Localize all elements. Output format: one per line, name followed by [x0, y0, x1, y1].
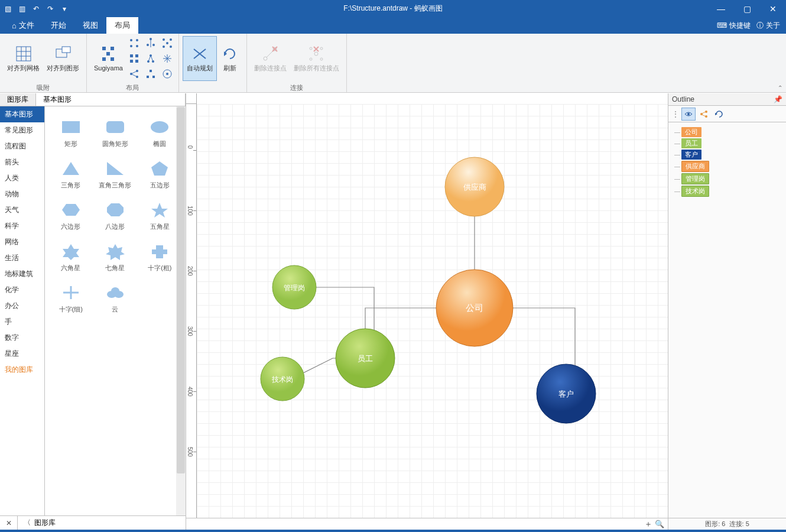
svg-line-33	[151, 56, 153, 61]
shape-triangle[interactable]: 三角形	[48, 154, 93, 195]
layout-small-2[interactable]	[143, 36, 158, 50]
about-link[interactable]: ⓘ关于	[756, 21, 780, 31]
svg-point-24	[170, 46, 172, 48]
svg-marker-67	[62, 204, 80, 216]
ribbon-collapse-icon[interactable]: ⌃	[778, 85, 782, 91]
outline-share-button[interactable]	[697, 108, 711, 121]
outline-refresh-button[interactable]	[712, 108, 726, 121]
app-icon: ▧	[2, 4, 13, 14]
svg-line-88	[702, 112, 706, 113]
outline-view-button[interactable]	[681, 108, 696, 121]
shape-star7[interactable]: 七角星	[93, 236, 137, 278]
cat-item[interactable]: 人类	[0, 170, 44, 186]
shape-scrollbar[interactable]	[176, 106, 186, 515]
refresh-button[interactable]: 刷新	[217, 36, 243, 81]
delete-conn-button[interactable]: 删除连接点	[251, 36, 290, 81]
cat-item[interactable]: 流程图	[0, 138, 44, 154]
outline-item[interactable]: 管理岗	[671, 173, 784, 184]
outline-item[interactable]: 客户	[671, 150, 784, 160]
cat-item[interactable]: 网络	[0, 234, 44, 250]
menu-layout[interactable]: 布局	[106, 17, 138, 34]
menu-view[interactable]: 视图	[74, 17, 106, 34]
shape-cloud[interactable]: 云	[93, 278, 137, 319]
auto-layout-button[interactable]: 自动规划	[183, 36, 217, 81]
cat-item[interactable]: 地标建筑	[0, 266, 44, 282]
outline-item[interactable]: 员工	[671, 138, 784, 148]
canvas[interactable]: 供应商 公司 员工 客户 管理岗 技术岗	[197, 104, 668, 518]
outline-item[interactable]: 供应商	[671, 161, 784, 172]
shape-round-rect[interactable]: 圆角矩形	[93, 112, 137, 154]
cat-item[interactable]: 数字	[0, 330, 44, 346]
svg-point-23	[163, 46, 165, 48]
canvas-area: 100200300400500600700800 010020030040050…	[186, 93, 668, 530]
shape-cross-bold[interactable]: 十字(粗)	[138, 236, 182, 278]
svg-rect-25	[130, 54, 133, 57]
tab-basic-shapes[interactable]: 基本图形	[36, 93, 186, 106]
qat-dropdown-icon[interactable]: ▾	[59, 4, 70, 14]
layout-small-6[interactable]	[160, 51, 175, 66]
shortcuts-link[interactable]: ⌨快捷键	[717, 21, 751, 31]
outline-shape-count: 图形: 6	[705, 520, 725, 528]
zoom-fit-icon[interactable]: ＋	[644, 519, 652, 530]
cat-item[interactable]: 生活	[0, 250, 44, 266]
svg-marker-66	[151, 161, 168, 176]
panel-close-icon[interactable]: ✕	[0, 516, 18, 530]
shape-ellipse[interactable]: 椭圆	[138, 112, 182, 154]
shape-library-panel: 图形库 基本图形 基本图形 常见图形 流程图 箭头 人类 动物 天气 科学 网络…	[0, 93, 186, 530]
svg-point-17	[150, 38, 152, 40]
menu-file[interactable]: ⌂ 文件	[4, 17, 43, 34]
tab-shape-lib[interactable]: 图形库	[0, 93, 36, 106]
category-list: 基本图形 常见图形 流程图 箭头 人类 动物 天气 科学 网络 生活 地标建筑 …	[0, 106, 45, 515]
redo-icon[interactable]: ↷	[45, 4, 56, 14]
shape-octagon[interactable]: 八边形	[93, 195, 137, 236]
panel-back-button[interactable]: 〈 图形库	[18, 518, 61, 528]
close-button[interactable]: ✕	[760, 0, 786, 17]
cat-item[interactable]: 基本图形	[0, 106, 44, 122]
cat-item[interactable]: 科学	[0, 218, 44, 234]
cat-item[interactable]: 箭头	[0, 154, 44, 170]
cat-item[interactable]: 动物	[0, 186, 44, 202]
layout-small-4[interactable]	[126, 51, 142, 66]
layout-small-5[interactable]	[143, 51, 158, 66]
shape-right-triangle[interactable]: 直角三角形	[93, 154, 137, 195]
layout-small-8[interactable]	[143, 67, 158, 81]
outline-item[interactable]: 公司	[671, 127, 784, 137]
cat-item-mylib[interactable]: 我的图库	[0, 362, 44, 378]
undo-icon[interactable]: ↶	[31, 4, 41, 14]
cat-item[interactable]: 常见图形	[0, 122, 44, 138]
cat-item[interactable]: 星座	[0, 346, 44, 362]
search-icon[interactable]: 🔍	[655, 520, 664, 528]
outline-tree: 公司员工客户供应商管理岗技术岗	[668, 122, 786, 518]
sugiyama-button[interactable]: Sugiyama	[90, 36, 126, 81]
cat-item[interactable]: 手	[0, 314, 44, 330]
snap-to-shape-button[interactable]: 对齐到图形	[43, 36, 83, 81]
minimize-button[interactable]: —	[708, 0, 734, 17]
outline-panel: Outline 📌 ⋮ 公司员工客户供应商管理岗技术岗 图形: 6 连接: 5	[668, 93, 786, 530]
shape-rect[interactable]: 矩形	[48, 112, 93, 154]
pin-icon[interactable]: 📌	[774, 95, 782, 103]
shape-hexagon[interactable]: 六边形	[48, 195, 93, 236]
layout-small-7[interactable]	[126, 67, 142, 81]
qat-icon-1[interactable]: ▥	[17, 4, 27, 14]
layout-small-3[interactable]	[160, 36, 175, 50]
maximize-button[interactable]: ▢	[734, 0, 760, 17]
layout-small-9[interactable]	[160, 67, 175, 81]
cat-item[interactable]: 天气	[0, 202, 44, 218]
grip-icon[interactable]: ⋮	[671, 110, 680, 118]
svg-point-63	[151, 121, 168, 133]
cat-item[interactable]: 化学	[0, 282, 44, 298]
menu-start[interactable]: 开始	[43, 17, 74, 34]
shape-cross-thin[interactable]: 十字(细)	[48, 278, 93, 319]
shape-star6[interactable]: 六角星	[48, 236, 93, 278]
snap-to-grid-button[interactable]: 对齐到网格	[4, 36, 43, 81]
shape-pentagon[interactable]: 五边形	[138, 154, 182, 195]
shape-star5[interactable]: 五角星	[138, 195, 182, 236]
node-employee: 员工	[358, 354, 373, 363]
cat-item[interactable]: 办公	[0, 298, 44, 314]
outline-item[interactable]: 技术岗	[671, 186, 784, 197]
layout-small-1[interactable]	[126, 36, 142, 50]
svg-rect-62	[106, 121, 124, 133]
svg-point-22	[170, 38, 172, 41]
delete-all-conn-button[interactable]: 删除所有连接点	[290, 36, 343, 81]
window-title: F:\Structure.antdraw - 蚂蚁画图	[343, 4, 442, 14]
